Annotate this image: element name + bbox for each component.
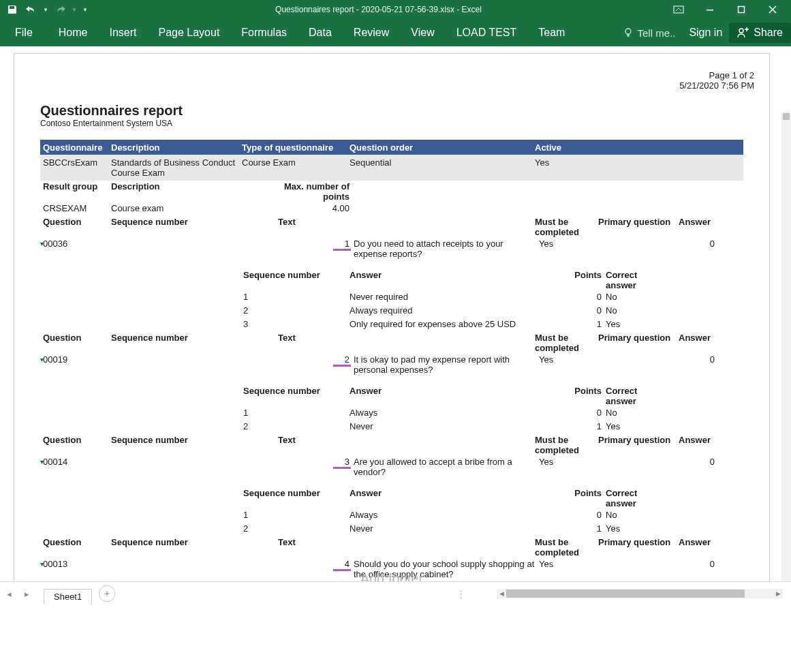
bulb-icon [623,27,634,38]
report-title-block: Questionnaires report Contoso Entertainm… [40,103,183,128]
cell-ans-correct: No [606,510,667,520]
cell-answer-val: 0 [677,239,717,249]
questionnaire-row: SBCCrsExam Standards of Business Conduct… [40,155,743,181]
close-icon[interactable] [757,0,788,19]
svg-rect-0 [674,6,683,13]
hdr-ans-seq: Sequence number [243,270,350,280]
page-header: Page 1 of 2 5/21/2020 7:56 PM [679,70,754,91]
tick-icon: ▾ [40,240,44,247]
undo-icon[interactable] [23,1,40,18]
undo-dropdown-icon[interactable]: ▼ [42,1,49,18]
ribbon-tab-formulas[interactable]: Formulas [230,19,298,46]
hscroll-right-icon[interactable]: ▶ [773,589,783,598]
cell-ans-correct: No [606,408,667,418]
cell-must-be: Yes [539,354,602,365]
cell-answer-val: 0 [677,354,717,365]
print-page[interactable]: Page 1 of 2 5/21/2020 7:56 PM Questionna… [14,53,770,605]
maximize-icon[interactable] [726,0,757,19]
cell-question-seq: 2 [111,354,354,365]
hdr-seqnum: Sequence number [111,333,278,343]
ribbon-tab-view[interactable]: View [400,19,445,46]
col-questionnaire: Questionnaire [40,142,111,153]
horizontal-scrollbar[interactable]: ◀ ▶ [497,589,783,598]
cell-ans-text: Always [350,510,572,520]
hdr-ans-seq: Sequence number [243,488,350,498]
tell-me-label: Tell me.. [638,27,676,39]
hdr-rg-description: Description [111,181,261,192]
result-group-row: CRSEXAM Course exam 4.00 [40,202,743,216]
cell-ans-points: 0 [572,292,606,302]
cell-question-id: ▾00014 [40,457,111,467]
cell-ans-seq: 2 [243,421,350,431]
sheet-tab[interactable]: Sheet1 [44,589,92,604]
hdr-answer: Answer [672,537,713,547]
hdr-question: Question [40,217,111,227]
sheet-nav-first-icon[interactable]: ◂ [0,585,18,602]
minimize-icon[interactable] [694,0,726,19]
cell-ans-text: Never [350,523,572,534]
ribbon-tab-team[interactable]: Team [527,19,576,46]
cell-question-seq: 1 [111,239,354,249]
hdr-must-be: Must be completed [535,333,598,353]
hdr-must-be: Must be completed [535,537,598,558]
underline-icon [333,249,351,251]
report-subtitle: Contoso Entertainment System USA [40,119,183,128]
hscroll-thumb[interactable] [506,590,745,598]
sheet-nav-prev-icon[interactable]: ▸ [18,585,35,602]
ribbon-tab-load-test[interactable]: LOAD TEST [446,19,528,46]
ribbon-tab-home[interactable]: Home [48,19,99,46]
question-header-row: QuestionSequence numberTextMust be compl… [40,536,743,558]
hdr-text: Text [278,333,350,343]
cell-ans-points: 1 [572,319,606,329]
question-header-row: QuestionSequence numberTextMust be compl… [40,332,743,354]
col-description: Description [111,142,242,153]
cell-ans-correct: Yes [606,319,667,329]
tell-me-input[interactable]: Tell me.. [616,27,683,39]
file-tab[interactable]: File [0,19,48,46]
ribbon-display-icon[interactable] [663,0,694,19]
hdr-ans-seq: Sequence number [243,386,350,396]
cell-max-points: 4.00 [261,203,355,213]
hdr-question: Question [40,435,111,445]
cell-questionnaire: SBCCrsExam [40,157,111,168]
hdr-ans-answer: Answer [350,386,572,396]
hscroll-left-icon[interactable]: ◀ [497,589,506,598]
cell-ans-points: 0 [572,510,606,520]
hdr-ans-points: Points [572,488,606,498]
redo-dropdown-icon[interactable]: ▼ [71,1,78,18]
hdr-text: Text [278,435,350,445]
vertical-scrollbar[interactable] [781,112,791,582]
cell-ans-seq: 1 [243,510,350,520]
cell-must-be: Yes [539,239,602,249]
ribbon-tab-insert[interactable]: Insert [98,19,147,46]
underline-icon [333,365,351,367]
cell-ans-points: 1 [572,421,606,431]
report-title: Questionnaires report [40,103,183,119]
hdr-ans-points: Points [572,386,606,396]
hdr-ans-correct: Correct answer [606,488,667,508]
question-row: ▾000192It is okay to pad my expense repo… [40,354,743,376]
ribbon: File Home Insert Page Layout Formulas Da… [0,19,791,46]
ribbon-tab-page-layout[interactable]: Page Layout [147,19,230,46]
save-icon[interactable] [4,1,20,18]
answer-header-row: Sequence numberAnswerPointsCorrect answe… [40,385,743,407]
cell-ans-seq: 2 [243,523,350,534]
vertical-scrollbar-thumb[interactable] [783,113,790,120]
share-label: Share [754,27,783,39]
ribbon-tab-data[interactable]: Data [298,19,343,46]
split-handle-icon[interactable]: ⋮ [456,589,465,599]
add-sheet-button[interactable]: ＋ [99,585,115,602]
cell-ans-correct: Yes [606,523,667,534]
ribbon-tab-review[interactable]: Review [343,19,400,46]
hdr-answer: Answer [672,333,713,343]
hdr-result-group: Result group [40,181,111,192]
sign-in-button[interactable]: Sign in [682,27,729,39]
cell-question-id: ▾00019 [40,354,111,365]
hdr-seqnum: Sequence number [111,217,278,227]
qat-customize-icon[interactable]: ▼ [80,1,90,18]
redo-icon[interactable] [52,1,68,18]
cell-question-text: Are you allowed to accept a bribe from a… [354,457,539,477]
col-active: Active [535,142,603,153]
share-button[interactable]: Share [729,22,791,43]
cell-ans-correct: No [606,305,667,316]
